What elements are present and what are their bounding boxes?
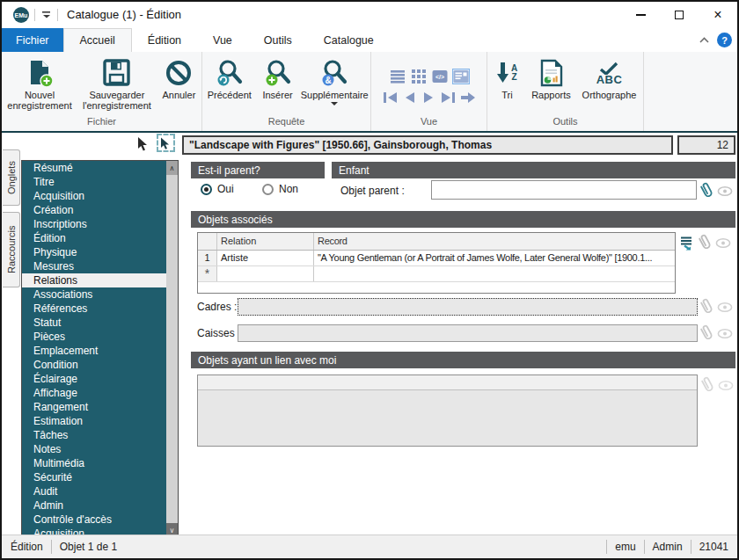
last-record-icon[interactable] bbox=[439, 91, 457, 105]
scroll-up-icon[interactable]: ∧ bbox=[166, 161, 178, 175]
status-record-position: Objet 1 de 1 bbox=[60, 541, 117, 553]
sidebar-item[interactable]: Création bbox=[22, 203, 166, 217]
button-label: Annuler bbox=[162, 90, 195, 100]
button-label: Nouvel enregistrement bbox=[2, 90, 77, 111]
sidebar-item[interactable]: Références bbox=[22, 302, 166, 316]
linked-objects-row[interactable] bbox=[198, 375, 697, 390]
sidebar-item[interactable]: Notes bbox=[22, 442, 166, 456]
sidebar-item[interactable]: Édition bbox=[22, 231, 166, 245]
sidebar-item[interactable]: Contrôle d'accès bbox=[22, 513, 166, 527]
sidebar-item[interactable]: Résumé bbox=[22, 161, 166, 175]
sidebar-item[interactable]: Tâches bbox=[22, 428, 166, 442]
list-view-icon[interactable] bbox=[389, 69, 406, 84]
sidebar-item[interactable]: Estimation bbox=[22, 414, 166, 428]
sidebar-item[interactable]: Titre bbox=[22, 175, 166, 189]
maximize-button[interactable] bbox=[660, 2, 699, 28]
tab-fichier[interactable]: Fichier bbox=[2, 28, 63, 52]
linked-objects-list[interactable] bbox=[197, 375, 698, 447]
sidebar-item[interactable]: Associations bbox=[22, 287, 166, 302]
relation-cell[interactable]: Artiste bbox=[217, 251, 314, 265]
cadres-field[interactable] bbox=[238, 298, 698, 316]
sidebar-item[interactable]: Acquisition bbox=[22, 189, 166, 203]
grid-view-icon[interactable] bbox=[410, 69, 428, 84]
insert-search-button[interactable]: Insérer bbox=[257, 56, 299, 100]
sidebar-item[interactable]: Physique bbox=[22, 245, 166, 259]
view-icon[interactable] bbox=[717, 185, 733, 197]
code-view-icon[interactable]: </> bbox=[431, 69, 449, 84]
tab-accueil[interactable]: Accueil bbox=[63, 28, 132, 52]
cancel-button[interactable]: Annuler bbox=[157, 56, 201, 100]
save-record-button[interactable]: Sauvegarder l'enregistrement bbox=[77, 56, 157, 111]
sidebar-item[interactable]: Rangement bbox=[22, 400, 166, 414]
scrollbar-thumb[interactable] bbox=[166, 175, 178, 523]
sidebar-item[interactable]: Condition bbox=[22, 358, 166, 372]
tab-outils[interactable]: Outils bbox=[248, 28, 308, 52]
view-icon[interactable] bbox=[718, 380, 734, 391]
minimize-button[interactable] bbox=[621, 2, 660, 28]
sidebar-item[interactable]: Audit bbox=[22, 484, 166, 498]
radio-non[interactable] bbox=[262, 184, 274, 195]
sidebar-item[interactable]: Affichage bbox=[22, 386, 166, 400]
attach-icon[interactable] bbox=[699, 181, 714, 200]
select-mode-icon[interactable] bbox=[157, 134, 175, 152]
sidebar-item-label: Contrôle d'accès bbox=[33, 513, 112, 526]
sidebar-item[interactable]: Multimédia bbox=[22, 456, 166, 470]
previous-search-button[interactable]: Précédent bbox=[202, 56, 257, 100]
radio-oui[interactable] bbox=[201, 184, 212, 195]
attach-icon[interactable] bbox=[700, 375, 715, 395]
view-icon[interactable] bbox=[715, 237, 731, 249]
dropdown-caret-icon[interactable] bbox=[331, 102, 338, 105]
view-icon[interactable] bbox=[717, 302, 733, 313]
vertical-tab-onglets[interactable]: Onglets bbox=[3, 149, 20, 206]
associated-objects-table[interactable]: Relation Record 1 Artiste "A Young Gentl… bbox=[197, 232, 676, 294]
table-new-row[interactable]: * bbox=[198, 266, 675, 282]
tab-vue[interactable]: Vue bbox=[197, 28, 248, 52]
reports-button[interactable]: Rapports bbox=[526, 56, 577, 100]
tab-catalogue[interactable]: Catalogue bbox=[308, 28, 390, 52]
first-record-icon[interactable] bbox=[382, 91, 399, 105]
sort-button[interactable]: AZ Tri bbox=[489, 56, 526, 100]
sidebar-item[interactable]: Mesures bbox=[22, 259, 166, 273]
sidebar-item[interactable]: Sécurité bbox=[22, 470, 166, 484]
column-header-record[interactable]: Record bbox=[314, 233, 675, 250]
divider bbox=[51, 540, 52, 554]
record-cell[interactable]: "A Young Gentleman (or A Portrait of Jam… bbox=[314, 251, 675, 265]
new-record-button[interactable]: Nouvel enregistrement bbox=[2, 56, 77, 111]
sidebar-item[interactable]: Inscriptions bbox=[22, 217, 166, 231]
section-header-objets-lien: Objets ayant un lien avec moi bbox=[191, 352, 735, 368]
attach-icon[interactable] bbox=[699, 324, 714, 343]
sidebar-item[interactable]: Pièces bbox=[22, 330, 166, 344]
sidebar-item[interactable]: Statut bbox=[22, 316, 166, 330]
objet-parent-input[interactable] bbox=[431, 180, 697, 200]
goto-record-icon[interactable] bbox=[459, 91, 477, 105]
emu-logo-icon[interactable]: EMu bbox=[13, 7, 29, 23]
radio-option-oui[interactable]: Oui bbox=[201, 183, 234, 195]
attach-icon[interactable] bbox=[698, 233, 713, 252]
supplementary-search-button[interactable]: & Supplémentaire bbox=[298, 56, 370, 105]
sidebar-item[interactable]: Admin bbox=[22, 498, 166, 513]
previous-record-icon[interactable] bbox=[402, 91, 418, 105]
quick-access-dropdown-icon[interactable] bbox=[40, 10, 52, 22]
sidebar-item[interactable]: Emplacement bbox=[22, 344, 166, 358]
ribbon-group-vue: </> Vue bbox=[371, 52, 487, 131]
table-row[interactable]: 1 Artiste "A Young Gentleman (or A Portr… bbox=[198, 251, 675, 266]
radio-option-non[interactable]: Non bbox=[262, 183, 298, 195]
sidebar-item[interactable]: Relations bbox=[22, 273, 166, 287]
view-icon[interactable] bbox=[717, 328, 733, 339]
caisses-field[interactable] bbox=[238, 324, 698, 342]
select-cursor-icon[interactable] bbox=[136, 136, 150, 151]
vertical-tab-raccourcis[interactable]: Raccourcis bbox=[3, 212, 20, 287]
close-button[interactable]: × bbox=[699, 2, 737, 28]
help-button[interactable]: ? bbox=[717, 33, 732, 47]
next-record-icon[interactable] bbox=[421, 91, 436, 105]
attach-icon[interactable] bbox=[699, 297, 714, 316]
collapse-ribbon-icon[interactable] bbox=[699, 37, 709, 43]
sidebar-item[interactable]: Éclairage bbox=[22, 372, 166, 386]
grid-options-icon[interactable] bbox=[680, 236, 695, 251]
sidebar-scrollbar[interactable]: ∧ ∨ bbox=[166, 161, 178, 537]
details-view-icon[interactable] bbox=[452, 69, 470, 84]
spellcheck-button[interactable]: ABC Orthographe bbox=[577, 56, 642, 100]
sidebar-item-label: Statut bbox=[33, 316, 61, 329]
tab-edition[interactable]: Édition bbox=[132, 28, 197, 52]
column-header-relation[interactable]: Relation bbox=[217, 233, 314, 250]
